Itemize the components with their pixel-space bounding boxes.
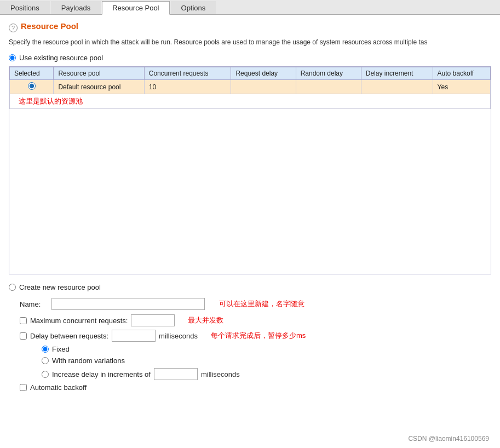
create-new-label: Create new resource pool: [19, 283, 101, 291]
delay-between-input[interactable]: [112, 330, 156, 342]
fixed-option-row[interactable]: Fixed: [42, 345, 491, 353]
create-new-radio[interactable]: [9, 284, 16, 291]
tab-payloads[interactable]: Payloads: [51, 1, 101, 14]
resource-pool-table-wrapper: Selected Resource pool Concurrent reques…: [9, 66, 491, 274]
row-select-radio[interactable]: [28, 82, 36, 90]
max-concurrent-label: Maximum concurrent requests:: [30, 317, 128, 325]
description-text: Specify the resource pool in which the a…: [9, 37, 491, 47]
increment-row[interactable]: Increase delay in increments of millisec…: [42, 368, 491, 380]
cell-auto-backoff: Yes: [433, 80, 490, 94]
fixed-radio[interactable]: [42, 346, 49, 353]
max-concurrent-input[interactable]: [131, 314, 175, 326]
page-title: Resource Pool: [21, 21, 78, 31]
create-new-section: Create new resource pool Name: 可以在这里新建，名…: [9, 283, 491, 392]
delay-between-label: Delay between requests:: [30, 332, 108, 340]
increment-radio[interactable]: [42, 371, 49, 378]
cell-request-delay: [231, 80, 296, 94]
delay-between-checkbox[interactable]: [20, 332, 27, 340]
col-delay-increment: Delay increment: [361, 67, 433, 80]
random-variation-row[interactable]: With random variations: [42, 357, 491, 365]
use-existing-radio[interactable]: [9, 54, 16, 61]
random-variation-radio[interactable]: [42, 357, 49, 364]
main-content: ? Resource Pool Specify the resource poo…: [0, 15, 500, 448]
table-annotation: 这里是默认的资源池: [14, 91, 87, 111]
name-label: Name:: [20, 300, 47, 308]
tab-bar: Positions Payloads Resource Pool Options: [0, 0, 500, 15]
col-selected: Selected: [10, 67, 54, 80]
fixed-label: Fixed: [52, 345, 70, 353]
annotation-max: 最大并发数: [188, 315, 223, 325]
increment-label: Increase delay in increments of: [52, 370, 151, 378]
col-concurrent-requests: Concurrent requests: [144, 67, 231, 80]
annotation-delay: 每个请求完成后，暂停多少ms: [211, 331, 306, 341]
col-random-delay: Random delay: [296, 67, 361, 80]
resource-pool-table: Selected Resource pool Concurrent reques…: [9, 67, 491, 109]
cell-delay-increment: [361, 80, 433, 94]
random-variation-label: With random variations: [52, 357, 125, 365]
auto-backoff-row: Automatic backoff: [20, 383, 491, 392]
annotation-name: 可以在这里新建，名字随意: [219, 299, 304, 309]
create-new-option[interactable]: Create new resource pool: [9, 283, 491, 291]
increment-input[interactable]: [154, 368, 198, 380]
use-existing-option[interactable]: Use existing resource pool: [9, 54, 491, 62]
annotation-cell: 这里是默认的资源池: [10, 94, 491, 109]
col-auto-backoff: Auto backoff: [433, 67, 490, 80]
footer-text: CSDN @liaomin416100569: [408, 435, 489, 443]
help-icon[interactable]: ?: [9, 24, 18, 32]
tab-resource-pool[interactable]: Resource Pool: [102, 1, 169, 15]
use-existing-label: Use existing resource pool: [19, 54, 103, 62]
delay-between-row: Delay between requests: milliseconds 每个请…: [20, 330, 491, 342]
ms-label-delay: milliseconds: [159, 332, 198, 340]
max-concurrent-checkbox[interactable]: [20, 317, 27, 324]
max-concurrent-row: Maximum concurrent requests: 最大并发数: [20, 314, 491, 326]
col-request-delay: Request delay: [231, 67, 296, 80]
ms-label-increment: milliseconds: [201, 370, 240, 378]
auto-backoff-label: Automatic backoff: [30, 383, 87, 392]
col-resource-pool: Resource pool: [54, 67, 144, 80]
cell-random-delay: [296, 80, 361, 94]
table-header-row: Selected Resource pool Concurrent reques…: [10, 67, 491, 80]
annotation-row: 这里是默认的资源池: [10, 94, 491, 109]
tab-options[interactable]: Options: [171, 1, 216, 14]
name-input[interactable]: [51, 298, 205, 310]
name-row: Name: 可以在这里新建，名字随意: [20, 298, 491, 310]
tab-positions[interactable]: Positions: [0, 1, 50, 14]
auto-backoff-checkbox[interactable]: [20, 384, 27, 391]
cell-concurrent-requests: 10: [144, 80, 231, 94]
